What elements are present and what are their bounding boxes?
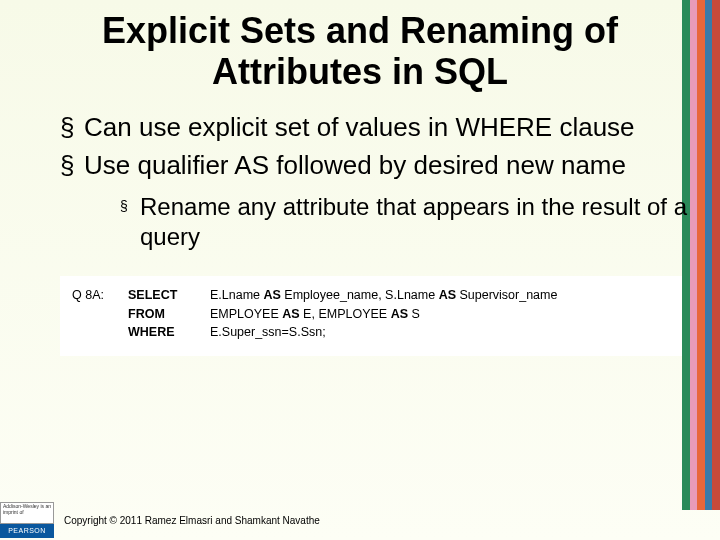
sub-bullet-item: Rename any attribute that appears in the… (120, 192, 690, 252)
sql-keyword: SELECT (128, 286, 210, 305)
bullet-item: Can use explicit set of values in WHERE … (60, 111, 690, 144)
slide-title: Explicit Sets and Renaming of Attributes… (50, 10, 670, 93)
decorative-stripe (682, 0, 720, 510)
sql-clause: E.Super_ssn=S.Ssn; (210, 323, 678, 342)
sql-clause: E.Lname AS Employee_name, S.Lname AS Sup… (210, 286, 678, 305)
bullet-item: Use qualifier AS followed by desired new… (60, 149, 690, 252)
logo-tagline: Addison-Wesley is an imprint of (0, 502, 54, 524)
sql-keyword: FROM (128, 305, 210, 324)
footer: Addison-Wesley is an imprint of PEARSON … (0, 502, 720, 538)
publisher-logo: Addison-Wesley is an imprint of PEARSON (0, 502, 54, 538)
query-label: Q 8A: (72, 286, 128, 305)
bullet-text: Use qualifier AS followed by desired new… (84, 150, 626, 180)
sql-query-example: Q 8A: SELECT E.Lname AS Employee_name, S… (60, 276, 690, 356)
sql-clause: EMPLOYEE AS E, EMPLOYEE AS S (210, 305, 678, 324)
logo-brand: PEARSON (0, 524, 54, 538)
content-area: Can use explicit set of values in WHERE … (0, 111, 720, 252)
copyright-text: Copyright © 2011 Ramez Elmasri and Shamk… (64, 515, 320, 526)
sql-keyword: WHERE (128, 323, 210, 342)
